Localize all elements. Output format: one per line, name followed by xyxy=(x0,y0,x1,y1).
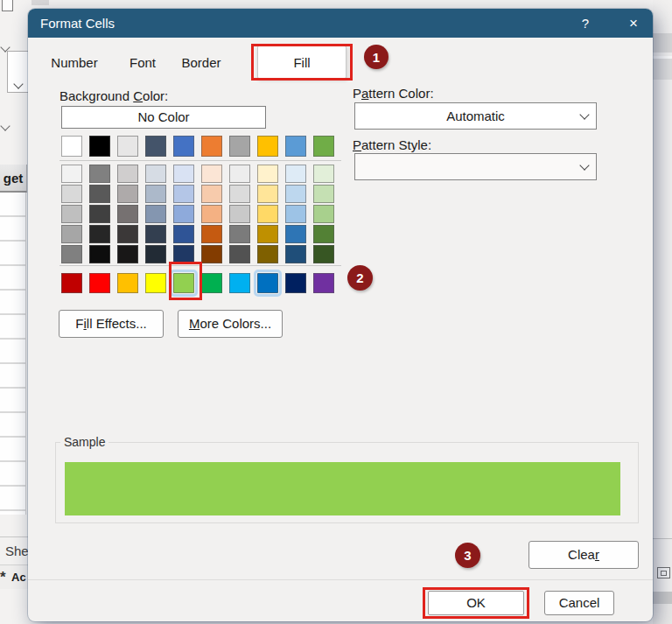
color-swatch[interactable] xyxy=(285,165,306,183)
color-swatch[interactable] xyxy=(145,245,166,263)
color-swatch[interactable] xyxy=(201,185,222,203)
color-swatch[interactable] xyxy=(285,225,306,243)
color-swatch[interactable] xyxy=(229,185,250,203)
color-swatch[interactable] xyxy=(257,165,278,183)
sheet-tab[interactable]: She xyxy=(0,536,29,564)
color-swatch[interactable] xyxy=(313,273,334,293)
color-swatch[interactable] xyxy=(145,273,166,293)
color-swatch[interactable] xyxy=(145,165,166,183)
color-swatch[interactable] xyxy=(257,136,278,157)
color-swatch[interactable] xyxy=(117,273,138,293)
color-swatch[interactable] xyxy=(173,165,194,183)
color-swatch[interactable] xyxy=(313,136,334,157)
color-swatch[interactable] xyxy=(313,225,334,243)
color-swatch[interactable] xyxy=(145,205,166,223)
no-color-button[interactable]: No Color xyxy=(61,106,266,129)
color-swatch[interactable] xyxy=(229,165,250,183)
color-swatch[interactable] xyxy=(201,205,222,223)
dialog-title: Format Cells xyxy=(40,9,115,38)
color-swatch[interactable] xyxy=(61,245,82,263)
color-swatch[interactable] xyxy=(117,136,138,157)
color-swatch[interactable] xyxy=(173,136,194,157)
color-swatch[interactable] xyxy=(201,245,222,263)
color-swatch[interactable] xyxy=(229,245,250,263)
fill-effects-button[interactable]: Fill Effects... xyxy=(59,310,164,338)
sheet-tab-label: She xyxy=(5,543,29,558)
ok-button[interactable]: OK xyxy=(428,591,524,615)
color-swatch[interactable] xyxy=(257,185,278,203)
dropdown-fragment xyxy=(7,51,30,93)
color-swatch[interactable] xyxy=(117,185,138,203)
color-swatch[interactable] xyxy=(89,136,110,157)
help-button[interactable]: ? xyxy=(576,9,595,38)
color-swatch[interactable] xyxy=(89,205,110,223)
clear-button[interactable]: Clear xyxy=(528,541,639,569)
color-swatch[interactable] xyxy=(229,136,250,157)
color-swatch[interactable] xyxy=(173,273,194,293)
color-swatch[interactable] xyxy=(285,136,306,157)
color-swatch[interactable] xyxy=(173,245,194,263)
color-swatch[interactable] xyxy=(89,185,110,203)
color-swatch[interactable] xyxy=(89,165,110,183)
excel-background-right xyxy=(653,0,672,624)
color-swatch[interactable] xyxy=(145,136,166,157)
color-swatch[interactable] xyxy=(89,273,110,293)
color-swatch[interactable] xyxy=(89,245,110,263)
color-swatch[interactable] xyxy=(117,245,138,263)
color-swatch[interactable] xyxy=(257,273,278,293)
close-button[interactable]: × xyxy=(624,9,643,38)
color-swatch[interactable] xyxy=(201,136,222,157)
color-swatch[interactable] xyxy=(61,136,82,157)
color-swatch[interactable] xyxy=(313,205,334,223)
chevron-down-icon[interactable] xyxy=(573,103,596,129)
excel-band xyxy=(653,604,672,624)
chevron-down-icon[interactable] xyxy=(573,154,596,179)
color-swatch[interactable] xyxy=(173,205,194,223)
cancel-button[interactable]: Cancel xyxy=(544,591,614,615)
color-swatch[interactable] xyxy=(313,185,334,203)
excel-band xyxy=(653,592,672,604)
color-swatch[interactable] xyxy=(285,245,306,263)
color-swatch[interactable] xyxy=(61,165,82,183)
pattern-style-dropdown[interactable] xyxy=(354,153,597,180)
tab-font[interactable]: Font xyxy=(116,48,170,78)
color-swatch[interactable] xyxy=(313,245,334,263)
worksheet-cells xyxy=(0,193,26,515)
color-swatch[interactable] xyxy=(201,273,222,293)
color-swatch[interactable] xyxy=(285,185,306,203)
color-swatch[interactable] xyxy=(229,205,250,223)
tint-color-row xyxy=(61,185,334,203)
color-swatch[interactable] xyxy=(229,225,250,243)
color-swatch[interactable] xyxy=(229,273,250,293)
color-swatch[interactable] xyxy=(117,165,138,183)
color-swatch[interactable] xyxy=(257,245,278,263)
color-swatch[interactable] xyxy=(61,225,82,243)
color-swatch[interactable] xyxy=(89,225,110,243)
excel-band xyxy=(653,56,672,80)
color-swatch[interactable] xyxy=(145,225,166,243)
color-swatch[interactable] xyxy=(257,205,278,223)
color-swatch[interactable] xyxy=(117,205,138,223)
color-swatch[interactable] xyxy=(201,165,222,183)
pattern-color-dropdown[interactable]: Automatic xyxy=(354,102,597,130)
status-bar-text: Ac xyxy=(11,571,26,584)
color-swatch[interactable] xyxy=(61,205,82,223)
tab-fill[interactable]: Fill xyxy=(257,46,346,79)
color-swatch[interactable] xyxy=(285,205,306,223)
color-swatch[interactable] xyxy=(173,185,194,203)
color-swatch[interactable] xyxy=(257,225,278,243)
dialog-titlebar[interactable]: Format Cells ? × xyxy=(28,9,653,38)
color-swatch[interactable] xyxy=(313,165,334,183)
color-swatch[interactable] xyxy=(61,273,82,293)
more-colors-button[interactable]: More Colors... xyxy=(178,310,283,338)
color-swatch[interactable] xyxy=(201,225,222,243)
color-swatch[interactable] xyxy=(173,225,194,243)
column-header-text: get xyxy=(4,171,24,186)
color-swatch[interactable] xyxy=(145,185,166,203)
color-swatch[interactable] xyxy=(61,185,82,203)
tab-border[interactable]: Border xyxy=(172,48,231,78)
tab-number[interactable]: Number xyxy=(46,48,103,78)
color-swatch[interactable] xyxy=(117,225,138,243)
color-swatch[interactable] xyxy=(285,273,306,293)
annotation-step-3: 3 xyxy=(455,543,480,568)
